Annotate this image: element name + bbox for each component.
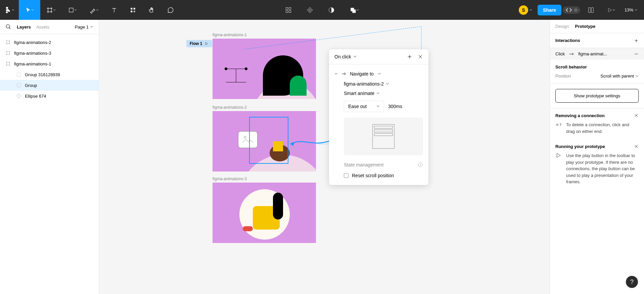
- layer-frame[interactable]: figma-animations-2: [0, 37, 99, 48]
- help-fab[interactable]: ?: [626, 276, 638, 288]
- svg-rect-7: [289, 10, 291, 12]
- action-row[interactable]: Navigate to: [334, 68, 423, 79]
- layers-tab[interactable]: Layers: [17, 24, 31, 30]
- svg-point-16: [245, 67, 247, 70]
- svg-point-15: [225, 67, 227, 70]
- close-help-icon[interactable]: [634, 144, 639, 149]
- easing-dropdown[interactable]: Ease out: [344, 101, 384, 112]
- reset-scroll-checkbox[interactable]: Reset scroll position: [344, 170, 423, 181]
- svg-rect-0: [69, 8, 73, 12]
- frame-tool[interactable]: [40, 0, 62, 20]
- text-tool[interactable]: [105, 0, 124, 20]
- scroll-behavior-title: Scroll behavior: [555, 64, 587, 69]
- layer-group[interactable]: Group 316128939: [0, 69, 99, 80]
- info-icon[interactable]: [418, 162, 423, 167]
- pen-tool[interactable]: [83, 0, 105, 20]
- dev-mode-toggle[interactable]: [563, 6, 580, 14]
- shape-tool[interactable]: [62, 0, 83, 20]
- animation-dropdown[interactable]: Smart animate: [344, 89, 423, 98]
- svg-point-14: [17, 94, 21, 98]
- zoom-level[interactable]: 13%: [622, 7, 640, 12]
- svg-rect-12: [17, 73, 21, 77]
- assets-tab[interactable]: Assets: [36, 24, 49, 30]
- help-title: Running your prototype: [555, 144, 605, 149]
- unplug-icon: [555, 121, 562, 135]
- help-body: To delete a connection, click and drag o…: [566, 121, 639, 135]
- add-interaction-icon[interactable]: [634, 38, 639, 43]
- move-tool[interactable]: [19, 0, 40, 20]
- share-button[interactable]: Share: [538, 5, 561, 15]
- svg-rect-13: [17, 84, 21, 87]
- interaction-popup: On click Navigate to figma-animations-2 …: [329, 49, 428, 185]
- svg-rect-10: [352, 9, 356, 13]
- interactions-title: Interactions: [555, 38, 580, 43]
- scroll-position-dropdown[interactable]: Scroll with parent: [600, 74, 639, 79]
- layer-frame[interactable]: figma-animations-3: [0, 48, 99, 58]
- play-button[interactable]: [602, 0, 620, 20]
- prototype-tab[interactable]: Prototype: [575, 24, 595, 29]
- position-label: Position: [555, 74, 571, 79]
- comment-tool[interactable]: [161, 0, 180, 20]
- layer-group-selected[interactable]: Group: [0, 80, 99, 91]
- page-selector[interactable]: Page 1: [75, 24, 93, 30]
- svg-point-11: [6, 24, 10, 28]
- layer-ellipse[interactable]: Ellipse 674: [0, 91, 99, 101]
- remove-interaction-icon[interactable]: [634, 52, 639, 56]
- navigate-icon: [341, 71, 347, 77]
- svg-rect-4: [286, 7, 288, 9]
- svg-rect-6: [286, 10, 288, 12]
- help-body: Use the play button in the toolbar to pl…: [566, 152, 639, 185]
- add-action-icon[interactable]: [407, 54, 412, 59]
- hand-tool[interactable]: [142, 0, 161, 20]
- arrow-icon: [569, 52, 574, 56]
- figma-menu[interactable]: [0, 0, 19, 20]
- prototype-panel: Design Prototype Interactions Click figm…: [550, 20, 644, 294]
- frame-1[interactable]: [213, 39, 316, 99]
- svg-rect-2: [134, 8, 135, 9]
- svg-rect-3: [131, 10, 132, 12]
- search-icon[interactable]: [5, 24, 11, 30]
- trigger-dropdown[interactable]: On click: [334, 54, 357, 59]
- interaction-item[interactable]: Click figma-animat...: [550, 48, 644, 60]
- svg-point-17: [244, 136, 246, 138]
- state-management-label: State management: [344, 162, 383, 167]
- selection-rect: [249, 117, 288, 164]
- resources-tool[interactable]: [124, 0, 142, 20]
- destination-dropdown[interactable]: figma-animations-2: [344, 79, 423, 89]
- frame-label[interactable]: figma-animations-3: [213, 177, 247, 181]
- frame-label[interactable]: figma-animations-1: [213, 33, 247, 37]
- library-icon[interactable]: [582, 0, 600, 20]
- svg-rect-1: [131, 8, 132, 9]
- layer-frame[interactable]: figma-animations-1: [0, 58, 99, 69]
- prototype-settings-button[interactable]: Show prototype settings: [555, 89, 639, 103]
- user-avatar[interactable]: S: [519, 5, 528, 15]
- layers-panel: Layers Assets Page 1 figma-animations-2 …: [0, 20, 99, 294]
- duration-field[interactable]: 300ms: [388, 104, 402, 109]
- close-popup-icon[interactable]: [418, 54, 423, 59]
- animation-preview: [344, 117, 423, 155]
- play-icon: [555, 152, 562, 185]
- help-title: Removing a connection: [555, 113, 605, 118]
- frame-3[interactable]: [213, 183, 316, 243]
- close-help-icon[interactable]: [634, 113, 639, 118]
- frame-label[interactable]: figma-animations-2: [213, 105, 247, 110]
- design-tab[interactable]: Design: [555, 24, 569, 29]
- svg-rect-5: [289, 7, 291, 9]
- canvas[interactable]: figma-animations-1 Flow 1 figma-animatio…: [99, 20, 550, 294]
- flow-badge[interactable]: Flow 1: [186, 40, 212, 47]
